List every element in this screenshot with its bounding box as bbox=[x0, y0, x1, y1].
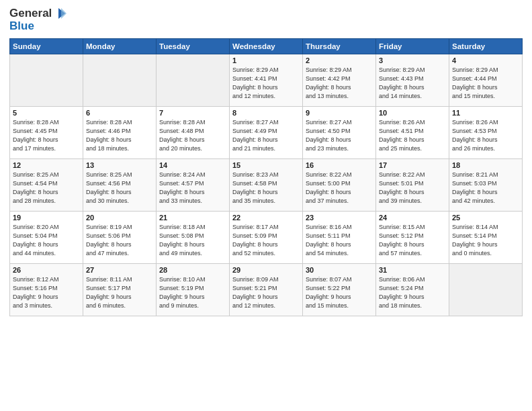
day-number: 14 bbox=[159, 161, 226, 169]
table-row: 8Sunrise: 8:27 AM Sunset: 4:49 PM Daylig… bbox=[230, 106, 303, 158]
day-info: Sunrise: 8:29 AM Sunset: 4:42 PM Dayligh… bbox=[306, 66, 373, 101]
table-row bbox=[83, 54, 157, 106]
day-info: Sunrise: 8:29 AM Sunset: 4:41 PM Dayligh… bbox=[232, 66, 300, 101]
table-row: 9Sunrise: 8:27 AM Sunset: 4:50 PM Daylig… bbox=[303, 106, 376, 158]
day-number: 30 bbox=[306, 266, 373, 274]
table-row: 7Sunrise: 8:28 AM Sunset: 4:48 PM Daylig… bbox=[157, 106, 230, 158]
day-info: Sunrise: 8:09 AM Sunset: 5:21 PM Dayligh… bbox=[232, 275, 300, 310]
table-row: 4Sunrise: 8:29 AM Sunset: 4:44 PM Daylig… bbox=[449, 54, 523, 106]
table-row: 13Sunrise: 8:25 AM Sunset: 4:56 PM Dayli… bbox=[83, 158, 157, 211]
page: General Blue Sunday Monday Tuesday Wedne… bbox=[0, 0, 532, 411]
day-number: 1 bbox=[232, 56, 300, 64]
day-info: Sunrise: 8:29 AM Sunset: 4:43 PM Dayligh… bbox=[379, 66, 446, 101]
header-saturday: Saturday bbox=[449, 38, 523, 54]
table-row: 20Sunrise: 8:19 AM Sunset: 5:06 PM Dayli… bbox=[83, 211, 157, 263]
table-row: 15Sunrise: 8:23 AM Sunset: 4:58 PM Dayli… bbox=[230, 158, 303, 211]
day-info: Sunrise: 8:27 AM Sunset: 4:50 PM Dayligh… bbox=[306, 118, 373, 153]
day-info: Sunrise: 8:22 AM Sunset: 5:01 PM Dayligh… bbox=[379, 171, 446, 205]
calendar-week-row: 19Sunrise: 8:20 AM Sunset: 5:04 PM Dayli… bbox=[10, 211, 523, 263]
table-row: 19Sunrise: 8:20 AM Sunset: 5:04 PM Dayli… bbox=[10, 211, 83, 263]
day-info: Sunrise: 8:11 AM Sunset: 5:17 PM Dayligh… bbox=[86, 275, 153, 310]
day-number: 4 bbox=[452, 56, 519, 64]
day-info: Sunrise: 8:28 AM Sunset: 4:45 PM Dayligh… bbox=[13, 118, 80, 153]
table-row: 3Sunrise: 8:29 AM Sunset: 4:43 PM Daylig… bbox=[376, 54, 449, 106]
header-thursday: Thursday bbox=[303, 38, 376, 54]
table-row: 31Sunrise: 8:06 AM Sunset: 5:24 PM Dayli… bbox=[376, 263, 449, 316]
day-number: 27 bbox=[86, 266, 153, 274]
calendar-body: 1Sunrise: 8:29 AM Sunset: 4:41 PM Daylig… bbox=[10, 54, 523, 316]
day-info: Sunrise: 8:21 AM Sunset: 5:03 PM Dayligh… bbox=[452, 171, 519, 205]
table-row: 21Sunrise: 8:18 AM Sunset: 5:08 PM Dayli… bbox=[157, 211, 230, 263]
calendar-week-row: 12Sunrise: 8:25 AM Sunset: 4:54 PM Dayli… bbox=[10, 158, 523, 211]
day-info: Sunrise: 8:15 AM Sunset: 5:12 PM Dayligh… bbox=[379, 223, 446, 258]
table-row: 12Sunrise: 8:25 AM Sunset: 4:54 PM Dayli… bbox=[10, 158, 83, 211]
day-number: 8 bbox=[232, 109, 300, 117]
table-row: 6Sunrise: 8:28 AM Sunset: 4:46 PM Daylig… bbox=[83, 106, 157, 158]
table-row: 28Sunrise: 8:10 AM Sunset: 5:19 PM Dayli… bbox=[157, 263, 230, 316]
day-number: 29 bbox=[232, 266, 300, 274]
day-number: 2 bbox=[306, 56, 373, 64]
day-info: Sunrise: 8:12 AM Sunset: 5:16 PM Dayligh… bbox=[13, 275, 80, 310]
table-row: 27Sunrise: 8:11 AM Sunset: 5:17 PM Dayli… bbox=[83, 263, 157, 316]
day-number: 28 bbox=[159, 266, 226, 274]
day-number: 11 bbox=[452, 109, 519, 117]
day-number: 12 bbox=[13, 161, 80, 169]
day-info: Sunrise: 8:19 AM Sunset: 5:06 PM Dayligh… bbox=[86, 223, 153, 258]
day-number: 3 bbox=[379, 56, 446, 64]
table-row: 17Sunrise: 8:22 AM Sunset: 5:01 PM Dayli… bbox=[376, 158, 449, 211]
table-row: 29Sunrise: 8:09 AM Sunset: 5:21 PM Dayli… bbox=[230, 263, 303, 316]
day-number: 6 bbox=[86, 109, 153, 117]
table-row: 26Sunrise: 8:12 AM Sunset: 5:16 PM Dayli… bbox=[10, 263, 83, 316]
day-info: Sunrise: 8:18 AM Sunset: 5:08 PM Dayligh… bbox=[159, 223, 226, 258]
table-row: 24Sunrise: 8:15 AM Sunset: 5:12 PM Dayli… bbox=[376, 211, 449, 263]
table-row: 11Sunrise: 8:26 AM Sunset: 4:53 PM Dayli… bbox=[449, 106, 523, 158]
day-info: Sunrise: 8:29 AM Sunset: 4:44 PM Dayligh… bbox=[452, 66, 519, 101]
day-number: 5 bbox=[13, 109, 80, 117]
day-info: Sunrise: 8:26 AM Sunset: 4:53 PM Dayligh… bbox=[452, 118, 519, 153]
header-wednesday: Wednesday bbox=[230, 38, 303, 54]
day-info: Sunrise: 8:23 AM Sunset: 4:58 PM Dayligh… bbox=[232, 171, 300, 205]
table-row: 16Sunrise: 8:22 AM Sunset: 5:00 PM Dayli… bbox=[303, 158, 376, 211]
day-info: Sunrise: 8:28 AM Sunset: 4:46 PM Dayligh… bbox=[86, 118, 153, 153]
day-number: 23 bbox=[306, 214, 373, 222]
day-number: 25 bbox=[452, 214, 519, 222]
header: General Blue bbox=[9, 7, 523, 33]
day-info: Sunrise: 8:14 AM Sunset: 5:14 PM Dayligh… bbox=[452, 223, 519, 258]
day-number: 31 bbox=[379, 266, 446, 274]
day-info: Sunrise: 8:17 AM Sunset: 5:09 PM Dayligh… bbox=[232, 223, 300, 258]
table-row: 1Sunrise: 8:29 AM Sunset: 4:41 PM Daylig… bbox=[230, 54, 303, 106]
header-sunday: Sunday bbox=[10, 38, 83, 54]
logo: General Blue bbox=[9, 7, 66, 33]
header-friday: Friday bbox=[376, 38, 449, 54]
day-number: 7 bbox=[159, 109, 226, 117]
day-info: Sunrise: 8:07 AM Sunset: 5:22 PM Dayligh… bbox=[306, 275, 373, 310]
calendar-week-row: 26Sunrise: 8:12 AM Sunset: 5:16 PM Dayli… bbox=[10, 263, 523, 316]
day-info: Sunrise: 8:20 AM Sunset: 5:04 PM Dayligh… bbox=[13, 223, 80, 258]
table-row: 14Sunrise: 8:24 AM Sunset: 4:57 PM Dayli… bbox=[157, 158, 230, 211]
day-number: 9 bbox=[306, 109, 373, 117]
table-row: 25Sunrise: 8:14 AM Sunset: 5:14 PM Dayli… bbox=[449, 211, 523, 263]
day-number: 16 bbox=[306, 161, 373, 169]
day-info: Sunrise: 8:26 AM Sunset: 4:51 PM Dayligh… bbox=[379, 118, 446, 153]
day-info: Sunrise: 8:22 AM Sunset: 5:00 PM Dayligh… bbox=[306, 171, 373, 205]
day-number: 18 bbox=[452, 161, 519, 169]
day-number: 22 bbox=[232, 214, 300, 222]
day-info: Sunrise: 8:06 AM Sunset: 5:24 PM Dayligh… bbox=[379, 275, 446, 310]
calendar-table: Sunday Monday Tuesday Wednesday Thursday… bbox=[9, 38, 523, 316]
calendar-week-row: 1Sunrise: 8:29 AM Sunset: 4:41 PM Daylig… bbox=[10, 54, 523, 106]
table-row bbox=[449, 263, 523, 316]
day-number: 10 bbox=[379, 109, 446, 117]
day-number: 19 bbox=[13, 214, 80, 222]
day-number: 24 bbox=[379, 214, 446, 222]
day-number: 13 bbox=[86, 161, 153, 169]
header-tuesday: Tuesday bbox=[157, 38, 230, 54]
calendar-week-row: 5Sunrise: 8:28 AM Sunset: 4:45 PM Daylig… bbox=[10, 106, 523, 158]
table-row: 2Sunrise: 8:29 AM Sunset: 4:42 PM Daylig… bbox=[303, 54, 376, 106]
header-monday: Monday bbox=[83, 38, 157, 54]
table-row: 30Sunrise: 8:07 AM Sunset: 5:22 PM Dayli… bbox=[303, 263, 376, 316]
svg-marker-1 bbox=[61, 8, 66, 19]
day-number: 17 bbox=[379, 161, 446, 169]
table-row bbox=[10, 54, 83, 106]
logo-triangle-icon bbox=[53, 7, 66, 20]
day-info: Sunrise: 8:16 AM Sunset: 5:11 PM Dayligh… bbox=[306, 223, 373, 258]
